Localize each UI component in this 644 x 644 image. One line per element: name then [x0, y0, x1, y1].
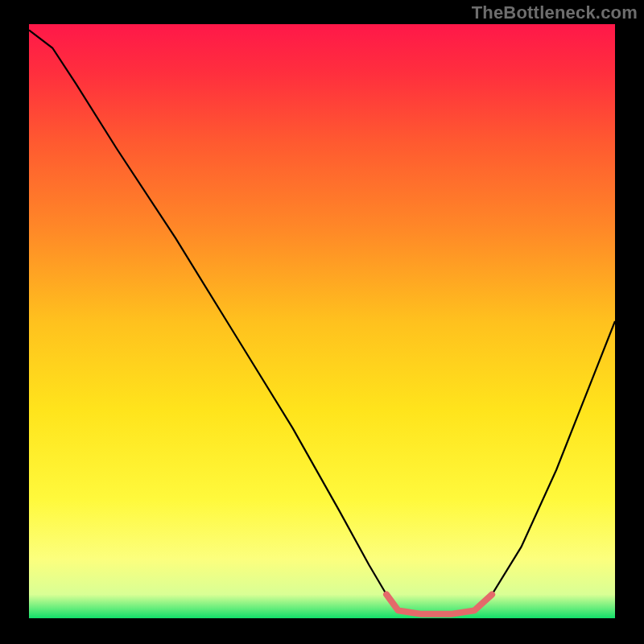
chart-frame: TheBottleneck.com — [0, 0, 644, 644]
attribution-label: TheBottleneck.com — [472, 2, 638, 23]
chart-plot — [29, 24, 615, 618]
chart-bg — [29, 24, 615, 618]
